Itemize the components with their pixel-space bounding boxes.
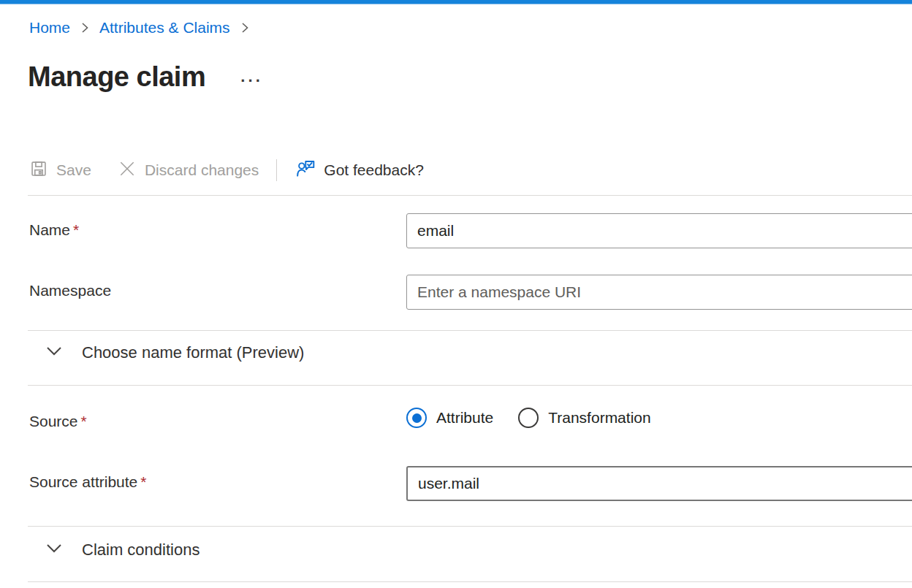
radio-attribute-label: Attribute (436, 409, 493, 427)
breadcrumb-attributes-claims-link[interactable]: Attributes & Claims (99, 19, 230, 37)
source-attribute-input[interactable] (406, 466, 912, 501)
required-asterisk: * (73, 221, 79, 238)
source-attribute-field-label: Source attribute* (29, 473, 146, 491)
radio-option-transformation[interactable]: Transformation (518, 408, 650, 428)
radio-unselected-icon (518, 408, 539, 428)
save-icon (29, 159, 48, 182)
more-options-icon[interactable]: ··· (240, 64, 263, 91)
divider (28, 581, 912, 582)
namespace-input[interactable] (406, 275, 912, 310)
manage-claim-page: { "breadcrumb": { "items": [ { "label": … (0, 0, 912, 588)
breadcrumb-home-link[interactable]: Home (29, 19, 70, 37)
feedback-icon (296, 159, 316, 182)
discard-changes-button[interactable]: Discard changes (118, 159, 259, 182)
section-claim-conditions[interactable]: Claim conditions (45, 541, 200, 560)
section-choose-name-format-label: Choose name format (Preview) (82, 343, 304, 362)
save-label: Save (56, 161, 91, 179)
close-icon (118, 159, 137, 182)
source-label-text: Source (29, 413, 78, 429)
required-asterisk: * (140, 473, 146, 490)
got-feedback-button[interactable]: Got feedback? (296, 159, 424, 182)
namespace-field-label: Namespace (29, 282, 111, 299)
source-attribute-label-text: Source attribute (29, 473, 137, 490)
section-claim-conditions-label: Claim conditions (82, 541, 200, 560)
chevron-down-icon (45, 343, 63, 362)
chevron-right-icon (79, 21, 91, 34)
radio-transformation-label: Transformation (548, 409, 650, 427)
title-row: Manage claim ··· (28, 61, 263, 93)
page-title: Manage claim (28, 61, 205, 93)
command-toolbar: Save Discard changes Got feedback? (29, 153, 424, 187)
got-feedback-label: Got feedback? (324, 161, 424, 179)
divider (28, 526, 912, 527)
name-label-text: Name (29, 221, 70, 238)
namespace-label-text: Namespace (29, 282, 111, 299)
radio-option-attribute[interactable]: Attribute (406, 408, 493, 428)
top-accent-bar (0, 0, 912, 4)
chevron-down-icon (45, 541, 63, 560)
toolbar-separator (276, 159, 277, 181)
discard-changes-label: Discard changes (145, 161, 259, 179)
radio-selected-icon (406, 408, 427, 428)
divider (28, 195, 912, 196)
divider (28, 385, 912, 386)
required-asterisk: * (81, 413, 87, 429)
save-button[interactable]: Save (29, 159, 91, 182)
name-input[interactable] (406, 213, 912, 248)
breadcrumb: Home Attributes & Claims (29, 19, 251, 37)
divider (28, 330, 912, 331)
source-radio-group: Attribute Transformation (406, 408, 651, 428)
name-field-label: Name* (29, 221, 79, 239)
source-field-label: Source* (29, 413, 87, 430)
chevron-right-icon (239, 21, 251, 34)
section-choose-name-format[interactable]: Choose name format (Preview) (45, 343, 304, 362)
